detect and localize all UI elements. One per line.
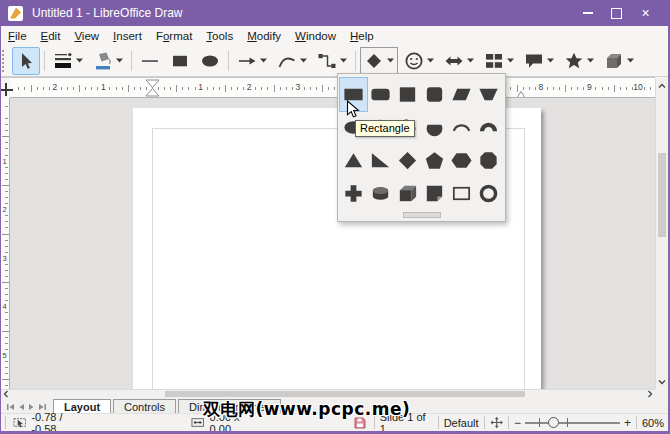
menu-view[interactable]: View [67,28,106,44]
shape-frame[interactable] [448,177,475,210]
line-style-button[interactable] [49,47,87,75]
menu-modify[interactable]: Modify [240,28,288,44]
curves-and-polygons-button[interactable] [273,47,311,75]
menu-bar: FileEditViewInsertFormatToolsModifyWindo… [0,26,670,45]
toolbar-grip-handle[interactable] [2,50,8,72]
chevron-down-icon[interactable] [260,58,267,63]
zoom-out-button[interactable]: − [514,416,521,430]
symbol-shapes-icon [404,51,424,71]
shape-cross[interactable] [340,177,367,210]
callouts-icon [524,51,544,71]
shape-ring[interactable] [475,177,502,210]
drawing-canvas[interactable] [10,98,655,389]
ruler-tick [559,87,560,90]
callouts-button[interactable] [520,47,558,75]
zoom-slider-track[interactable] [525,417,620,428]
shape-isosceles-triangle[interactable] [340,144,367,177]
shape-folded-corner[interactable] [421,177,448,210]
shape-circle-segment[interactable] [421,111,448,144]
menu-help[interactable]: Help [343,28,381,44]
chevron-down-icon[interactable] [507,58,514,63]
stars-and-banners-button[interactable] [560,47,598,75]
insert-ellipse-icon [200,51,220,71]
zoom-level-value[interactable]: 60% [642,417,664,429]
shape-octagon[interactable] [475,144,502,177]
menu-format[interactable]: Format [149,28,199,44]
menu-file[interactable]: File [1,28,34,44]
chevron-down-icon[interactable] [587,58,594,63]
scroll-left-button[interactable] [0,390,11,398]
connectors-button[interactable] [313,47,351,75]
maximize-button[interactable] [602,0,631,26]
menu-edit[interactable]: Edit [34,28,68,44]
insert-rectangle-button[interactable] [166,47,194,75]
chevron-down-icon[interactable] [116,58,123,63]
panel-tearoff-handle[interactable] [403,212,441,218]
chevron-down-icon[interactable] [627,58,634,63]
zoom-slider[interactable]: − + [514,416,631,430]
block-arrows-button[interactable] [440,47,478,75]
ruler-tick [583,87,584,90]
chevron-right-icon [647,390,653,398]
chevron-down-icon[interactable] [340,58,347,63]
basic-shapes-button[interactable] [360,47,398,75]
minimize-button[interactable] [573,0,602,26]
scroll-down-button[interactable] [656,374,668,389]
layer-tab-controls[interactable]: Controls [113,399,176,413]
horizontal-ruler[interactable]: 2112345678910 [10,77,655,98]
shape-rounded-rectangle[interactable] [367,78,394,111]
scroll-right-button[interactable] [644,390,655,398]
scroll-up-button[interactable] [656,78,668,93]
shape-rounded-square[interactable] [421,78,448,111]
shape-block-arc[interactable] [475,111,502,144]
insert-ellipse-button[interactable] [196,47,224,75]
chevron-down-icon[interactable] [76,58,83,63]
ruler-number: 8 [538,82,543,92]
chevron-down-icon[interactable] [427,58,434,63]
ruler-tick [97,87,98,90]
shape-diamond[interactable] [394,144,421,177]
ruler-tick [644,87,645,90]
menu-insert[interactable]: Insert [106,28,149,44]
vertical-ruler[interactable]: 12345 [0,98,10,389]
shape-trapezoid[interactable] [475,78,502,111]
horizontal-scrollbar[interactable] [0,389,655,398]
vertical-scrollbar[interactable] [655,78,668,389]
shape-hexagon[interactable] [448,144,475,177]
chevron-up-icon [658,83,666,89]
zoom-slider-thumb[interactable] [548,417,559,428]
connectors-icon [317,51,337,71]
zoom-in-button[interactable]: + [624,416,631,430]
ruler-number: 2 [247,82,252,92]
vertical-scrollbar-thumb[interactable] [658,153,666,237]
flowchart-button[interactable] [480,47,518,75]
chevron-down-icon[interactable] [547,58,554,63]
menu-window[interactable]: Window [288,28,343,44]
shape-square[interactable] [394,78,421,111]
chevron-down-icon[interactable] [300,58,307,63]
shape-right-triangle[interactable] [367,144,394,177]
ruler-tick [61,87,62,90]
select-button[interactable] [12,47,40,75]
chevron-down-icon[interactable] [467,58,474,63]
shape-cylinder[interactable] [367,177,394,210]
horizontal-scrollbar-thumb[interactable] [165,391,525,397]
ruler-tick [292,87,293,90]
chevron-down-icon[interactable] [387,58,394,63]
symbol-shapes-button[interactable] [400,47,438,75]
ruler-tick [5,227,8,228]
ruler-tick [261,87,262,90]
3d-objects-button[interactable] [600,47,638,75]
close-button[interactable]: × [631,0,660,26]
lines-and-arrows-button[interactable] [233,47,271,75]
fit-slide-icon[interactable] [490,416,503,429]
page-style-indicator[interactable]: Default [444,417,479,429]
shape-cube[interactable] [394,177,421,210]
shape-arc[interactable] [448,111,475,144]
insert-line-button[interactable] [136,47,164,75]
shape-pentagon[interactable] [421,144,448,177]
shape-parallelogram[interactable] [448,78,475,111]
menu-tools[interactable]: Tools [199,28,240,44]
ruler-number: 9 [587,82,592,92]
fill-color-button[interactable] [89,47,127,75]
